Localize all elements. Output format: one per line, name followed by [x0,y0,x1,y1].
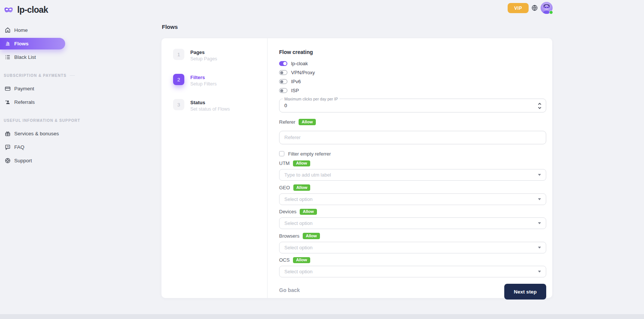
step-number: 1 [173,49,184,60]
wizard-actions: Go back Next step [279,284,546,300]
max-clicks-field: Maximum clicks per day per IP [279,99,546,112]
section-useful-info-support: USEFUL INFORMATION & SUPPORT [4,118,75,123]
mask-icon [3,6,14,15]
browsers-allow-badge[interactable]: Allow [303,233,320,239]
max-clicks-label: Maximum clicks per day per IP [283,97,339,101]
sidebar-item-label: Black List [14,54,36,60]
go-back-button[interactable]: Go back [279,284,300,293]
language-globe-icon[interactable] [531,4,538,11]
toggle-row-isp[interactable]: ISP [279,88,547,93]
referer-label: Referer [279,119,295,125]
utm-allow-badge[interactable]: Allow [293,160,310,167]
form-title: Flow creating [279,49,547,55]
sidebar-item-label: Referrals [14,99,35,105]
sidebar-item-label: Home [14,27,28,33]
geo-group: GEO Allow Select option [279,184,547,205]
flow-creating-form: Flow creating lp-cloak VPN/Proxy IPv6 IS… [267,38,552,298]
ipv6-toggle[interactable] [279,79,287,84]
horizontal-scrollbar[interactable] [0,314,644,319]
chevron-down-icon [538,198,541,200]
sidebar-item-faq[interactable]: ?! FAQ [0,141,65,153]
vpn-proxy-toggle[interactable] [279,70,287,75]
app-logo[interactable]: lp-cloak [0,0,75,15]
devices-label: Devices [279,209,296,214]
referral-user-icon [4,99,11,105]
step-subtitle: Setup Filters [190,81,217,87]
sidebar-item-black-list[interactable]: Black List [0,51,65,63]
filter-empty-referrer-checkbox[interactable] [279,151,284,156]
vip-button[interactable]: VIP [508,3,529,13]
online-status-dot [549,10,553,14]
home-icon [4,27,11,33]
sidebar-item-referrals[interactable]: Referrals [0,96,65,108]
faq-bubble-icon: ?! [4,144,11,150]
lifebuoy-icon [4,157,11,164]
filter-empty-referrer-row[interactable]: Filter empty referrer [279,151,547,157]
toggle-row-lp-cloak[interactable]: lp-cloak [279,61,547,66]
isp-toggle[interactable] [279,88,287,93]
devices-allow-badge[interactable]: Allow [300,209,317,215]
utm-group: UTM Allow Type to add utm label [279,160,547,181]
ocs-label: OCS [279,257,290,263]
browsers-select[interactable]: Select option [279,242,546,253]
sidebar: lp-cloak Home Flows Black List SUBSCRIPT… [0,0,75,319]
ocs-group: OCS Allow Select option [279,257,547,278]
credit-card-icon [4,85,11,92]
list-icon [4,54,11,60]
page-title: Flows [162,24,178,30]
referer-allow-badge[interactable]: Allow [299,119,315,125]
browsers-group: Browsers Allow Select option [279,233,547,253]
sidebar-item-label: FAQ [14,144,24,150]
step-subtitle: Set status of Flows [190,106,230,112]
section-subscription-payments: SUBSCRIPTION & PAYMENTS [4,73,75,78]
wizard-steps: 1 Pages Setup Pages 2 Filters Setup Filt… [161,38,267,298]
referer-field [279,131,546,144]
step-subtitle: Setup Pages [190,56,217,61]
utm-select[interactable]: Type to add utm label [279,169,546,181]
referer-label-row: Referer Allow [279,119,547,125]
browsers-label: Browsers [279,233,299,239]
brand-name: lp-cloak [17,5,48,15]
toggle-row-ipv6[interactable]: IPv6 [279,79,547,84]
next-step-button[interactable]: Next step [504,284,546,300]
flow-wizard-card: 1 Pages Setup Pages 2 Filters Setup Filt… [161,38,552,298]
step-number: 3 [173,99,184,110]
svg-text:?!: ?! [7,145,9,148]
flows-stack-icon [4,40,11,47]
toggle-row-vpn-proxy[interactable]: VPN/Proxy [279,70,547,75]
devices-select[interactable]: Select option [279,217,546,229]
step-title: Filters [190,74,217,80]
step-status[interactable]: 3 Status Set status of Flows [173,99,267,112]
chevron-down-icon [538,271,541,273]
sidebar-nav: Home Flows Black List SUBSCRIPTION & PAY… [0,24,75,166]
number-stepper[interactable] [538,102,542,110]
sidebar-item-label: Services & bonuses [14,131,59,136]
ocs-select[interactable]: Select option [279,266,546,277]
geo-allow-badge[interactable]: Allow [293,184,310,191]
max-clicks-input[interactable] [284,103,524,108]
sidebar-item-flows[interactable]: Flows [0,38,65,49]
referer-input[interactable] [284,135,541,140]
sidebar-item-payment[interactable]: Payment [0,83,65,94]
step-title: Pages [190,49,217,55]
utm-label: UTM [279,160,290,166]
sidebar-item-support[interactable]: Support [0,155,65,166]
gift-icon [4,130,11,137]
user-avatar[interactable] [541,2,553,14]
sidebar-item-label: Support [14,158,32,163]
sidebar-item-services-bonuses[interactable]: Services & bonuses [0,128,65,139]
lp-cloak-toggle[interactable] [279,61,287,66]
step-title: Status [190,99,230,105]
step-pages[interactable]: 1 Pages Setup Pages [173,49,267,61]
sidebar-item-label: Flows [14,41,28,46]
geo-select[interactable]: Select option [279,193,546,205]
sidebar-item-label: Payment [14,86,34,91]
chevron-down-icon [538,222,541,224]
chevron-down-icon [538,174,541,176]
ocs-allow-badge[interactable]: Allow [293,257,310,264]
devices-group: Devices Allow Select option [279,209,547,229]
geo-label: GEO [279,185,290,190]
step-filters[interactable]: 2 Filters Setup Filters [173,74,267,87]
chevron-down-icon [538,247,541,249]
sidebar-item-home[interactable]: Home [0,24,65,36]
